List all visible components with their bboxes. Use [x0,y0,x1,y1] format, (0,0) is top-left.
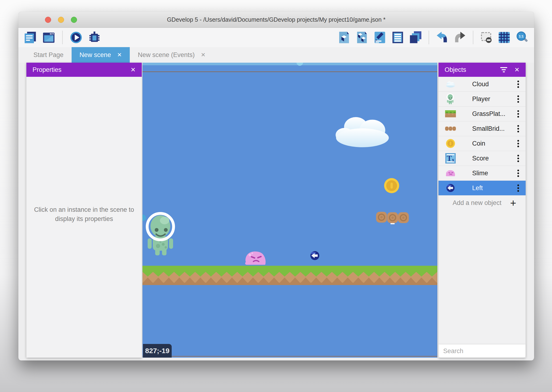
objects-panel: Objects ✕ Cloud Player [439,63,526,358]
title-bar: GDevelop 5 - /Users/david/Documents/GDev… [18,12,534,28]
scene-boundary-line [143,71,437,72]
object-name: Player [472,95,516,103]
object-menu-icon[interactable] [516,168,520,178]
selection-mark [390,223,395,224]
object-menu-icon[interactable] [516,139,520,149]
object-row-player[interactable]: Player [439,92,526,106]
close-icon[interactable]: ✕ [131,66,136,73]
slime-icon [445,170,456,176]
add-object-button[interactable]: Add a new object + [439,196,526,210]
tab-new-scene-events[interactable]: New scene (Events) ✕ [130,47,214,63]
object-name: Coin [472,140,516,147]
small-bridge-instance[interactable] [376,211,410,223]
slime-instance[interactable] [244,251,267,265]
properties-title: Properties [33,66,62,73]
cursor-coordinates-label: 827;-19 [143,344,172,358]
object-menu-icon[interactable] [516,79,520,89]
left-button-icon [445,184,456,192]
play-icon[interactable] [69,31,83,44]
project-manager-icon[interactable] [24,31,37,44]
toolbar-divider [473,31,473,44]
cloud-icon [445,81,456,88]
scene-boundary-line [143,356,437,357]
object-groups-icon[interactable] [355,31,369,44]
add-object-label: Add a new object [453,199,501,207]
object-row-score[interactable]: Tx Score [439,151,526,166]
filter-icon[interactable] [500,67,508,72]
gdevelop-window: GDevelop 5 - /Users/david/Documents/GDev… [18,12,534,360]
object-name: Cloud [472,81,516,88]
redo-icon[interactable] [453,31,467,44]
scene-top-edge [143,63,437,65]
scene-canvas[interactable]: 827;-19 [143,63,437,358]
desktop-background: { "window": { "title": "GDevelop 5 - /Us… [0,0,552,392]
tab-label: Start Page [34,51,64,59]
close-icon[interactable]: ✕ [117,52,122,58]
player-icon [445,93,456,105]
object-menu-icon[interactable] [516,94,520,104]
toggle-grid-icon[interactable] [497,31,511,44]
object-row-left[interactable]: Left [439,181,526,196]
object-menu-icon[interactable] [516,124,520,134]
close-icon[interactable]: ✕ [514,66,519,73]
properties-empty-message: Click on an instance in the scene to dis… [26,77,142,224]
tab-start-page[interactable]: Start Page [25,47,72,63]
zoom-original-icon[interactable]: 1:1 [515,31,529,44]
debug-icon[interactable] [88,31,101,44]
object-row-coin[interactable]: Coin [439,136,526,151]
search-input[interactable] [443,348,527,355]
object-search-box [439,344,526,358]
objects-header: Objects ✕ [439,63,526,77]
object-row-slime[interactable]: Slime [439,166,526,181]
object-name: SmallBrid... [472,125,516,132]
cloud-instance[interactable] [332,113,393,149]
small-bridge-icon [445,126,456,131]
object-name: GrassPlat... [472,110,516,118]
start-page-icon[interactable] [42,31,55,44]
grass-platform-instance[interactable] [143,266,437,285]
object-name: Score [472,155,516,162]
svg-text:1:1: 1:1 [519,34,524,38]
open-instances-list-icon[interactable] [409,31,422,44]
selection-handle[interactable] [297,63,303,66]
window-title: GDevelop 5 - /Users/david/Documents/GDev… [18,12,534,28]
tab-new-scene[interactable]: New scene ✕ [72,47,130,63]
properties-header: Properties ✕ [26,63,142,77]
object-name: Left [472,184,516,192]
properties-panel: Properties ✕ Click on an instance in the… [26,63,142,358]
object-menu-icon[interactable] [516,183,520,193]
editor-tabs: Start Page New scene ✕ New scene (Events… [18,47,534,63]
grass-platform-icon [445,110,456,117]
objects-editor-icon[interactable] [337,31,351,44]
object-row-smallbridge[interactable]: SmallBrid... [439,121,526,136]
edit-scene-properties-icon[interactable] [373,31,387,44]
coin-icon [445,139,456,148]
object-name: Slime [472,170,516,177]
player-instance[interactable] [144,211,179,258]
tab-label: New scene [80,51,111,59]
text-object-icon: Tx [445,153,456,163]
object-menu-icon[interactable] [516,109,520,119]
toolbar-left-group [24,31,101,44]
toolbar-divider [62,31,63,44]
main-toolbar: 1:1 [18,28,534,47]
objects-title: Objects [445,66,466,73]
close-icon[interactable]: ✕ [201,52,206,58]
editor-content: Properties ✕ Click on an instance in the… [18,63,534,360]
left-button-instance[interactable] [310,251,320,260]
plus-icon[interactable]: + [510,198,516,208]
undo-icon[interactable] [435,31,449,44]
toggle-mask-icon[interactable] [479,31,493,44]
object-row-cloud[interactable]: Cloud [439,77,526,92]
open-layers-editor-icon[interactable] [391,31,405,44]
object-row-grassplatform[interactable]: GrassPlat... [439,106,526,121]
coin-instance[interactable] [384,178,400,194]
toolbar-divider [429,31,429,44]
tab-label: New scene (Events) [138,51,195,59]
toolbar-right-group: 1:1 [337,31,529,44]
object-menu-icon[interactable] [516,153,520,163]
